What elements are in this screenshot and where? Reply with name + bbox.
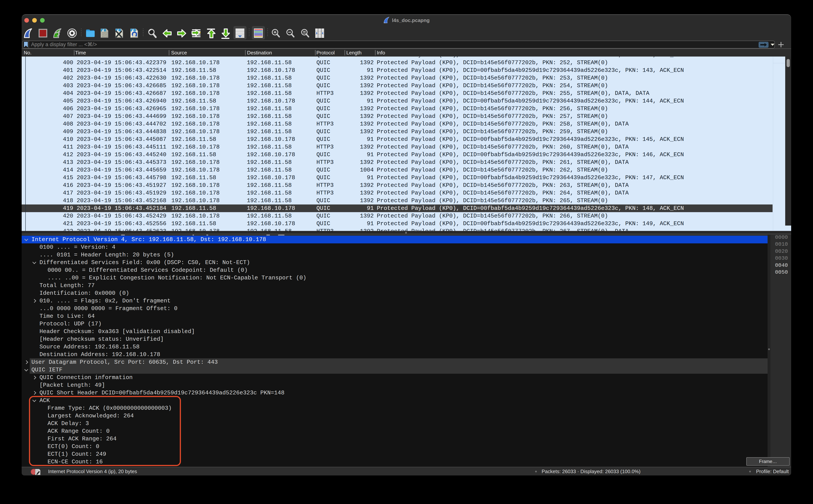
svg-text:01110: 01110 bbox=[102, 36, 108, 38]
svg-text:0101: 0101 bbox=[36, 470, 39, 471]
